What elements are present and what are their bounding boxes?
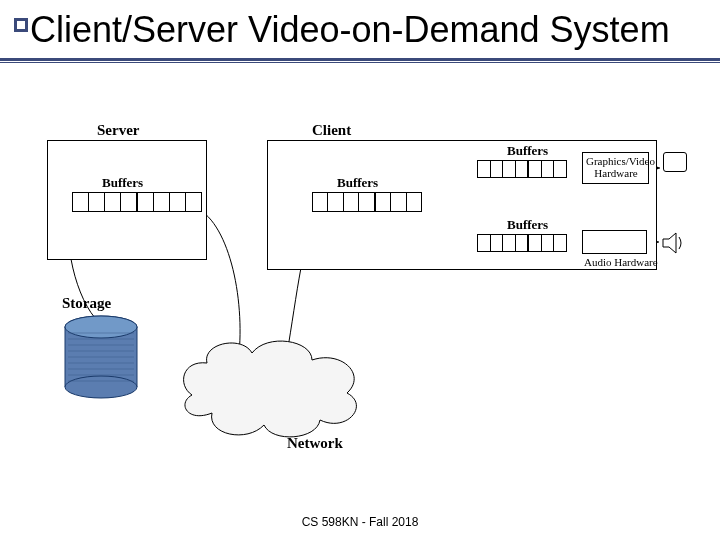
server-label: Server xyxy=(97,122,139,139)
network-cloud-icon xyxy=(172,325,372,445)
title-rule xyxy=(0,58,720,63)
svg-point-9 xyxy=(65,316,137,338)
speaker-icon xyxy=(661,230,687,256)
audio-buffers xyxy=(477,234,567,252)
title-bullet-icon xyxy=(14,18,28,32)
client-buffers-label: Buffers xyxy=(337,175,378,191)
audio-buffers-label: Buffers xyxy=(507,217,548,233)
diagram: Server Buffers Client Buffers Buffers Gr… xyxy=(27,130,693,470)
server-buffers xyxy=(72,192,202,212)
footer-text: CS 598KN - Fall 2018 xyxy=(0,515,720,529)
storage-label: Storage xyxy=(62,295,111,312)
video-buffers-label: Buffers xyxy=(507,143,548,159)
graphics-hw-label-1: Graphics/Video Hardware xyxy=(586,155,646,179)
audio-hw-label: Audio Hardware xyxy=(584,256,658,268)
server-buffers-label: Buffers xyxy=(102,175,143,191)
slide-title: Client/Server Video-on-Demand System xyxy=(0,0,720,50)
client-buffers xyxy=(312,192,422,212)
video-buffers xyxy=(477,160,567,178)
storage-cylinder-icon xyxy=(62,315,140,403)
monitor-icon xyxy=(663,152,687,172)
client-label: Client xyxy=(312,122,351,139)
network-label: Network xyxy=(287,435,343,452)
audio-hw-box xyxy=(582,230,647,254)
svg-point-8 xyxy=(65,376,137,398)
